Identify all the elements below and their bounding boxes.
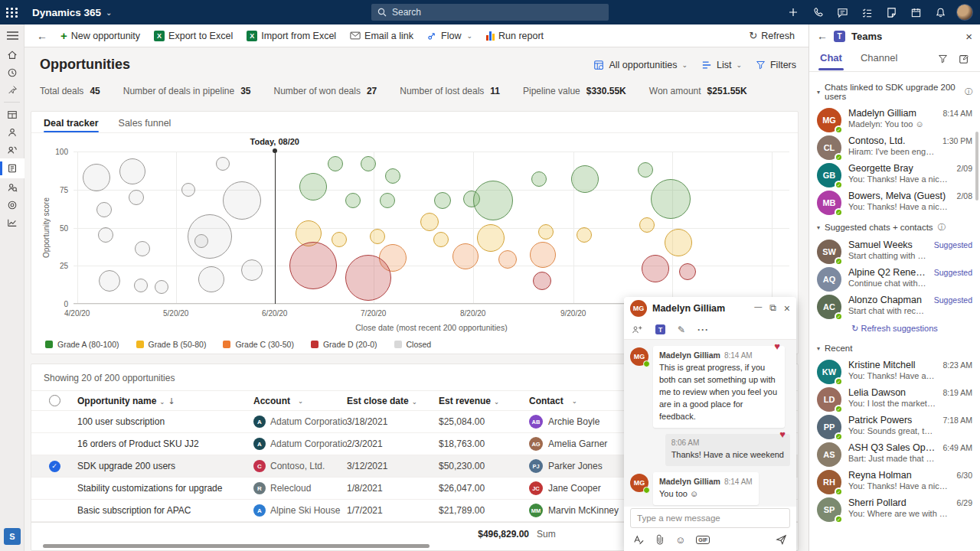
chart-bubble[interactable]	[289, 242, 337, 289]
recent-icon[interactable]	[0, 64, 24, 81]
horizontal-scrollbar[interactable]	[43, 544, 430, 548]
attach-icon[interactable]	[655, 534, 665, 545]
home-icon[interactable]	[0, 46, 24, 64]
chart-bubble[interactable]	[361, 156, 376, 171]
chat-list-item[interactable]: CL✓Contoso, Ltd.Hiram: I've been engagin…	[809, 132, 980, 159]
heart-reaction-icon[interactable]: ♥	[774, 341, 780, 352]
chart-bubble[interactable]	[665, 229, 692, 256]
teams-filter-icon[interactable]	[938, 54, 948, 64]
chart-bubble[interactable]	[216, 157, 230, 171]
emoji-icon[interactable]: ☺	[675, 534, 685, 546]
contacts-icon[interactable]	[0, 123, 24, 141]
chart-bubble[interactable]	[129, 190, 144, 205]
chart-bubble[interactable]	[98, 227, 113, 243]
chart-bubble[interactable]	[533, 272, 551, 290]
teams-tab-chat[interactable]: Chat	[820, 52, 842, 70]
message-input[interactable]: Type a new message	[630, 508, 790, 528]
cell-opportunity-name[interactable]: Basic subscription for APAC	[77, 505, 253, 516]
column-header-close-date[interactable]: Est close date⌄	[347, 396, 439, 406]
bell-icon[interactable]	[929, 2, 951, 23]
chart-bubble[interactable]	[83, 164, 110, 191]
chart-bubble[interactable]	[119, 158, 145, 184]
chart-bubble[interactable]	[433, 232, 449, 247]
cell-opportunity-name[interactable]: SDK upgrade 200 users	[77, 461, 253, 471]
chat-list-item[interactable]: PP✓Patrick PowersYou: Sounds great, than…	[809, 411, 980, 439]
command-new-opportunity[interactable]: +New opportunity	[54, 24, 147, 47]
chart-bubble[interactable]	[223, 181, 261, 220]
chart-bubble[interactable]	[198, 266, 224, 292]
chart-bubble[interactable]	[498, 250, 517, 269]
row-selected-check-icon[interactable]: ✓	[49, 461, 60, 472]
chart-bubble[interactable]	[531, 171, 547, 187]
waffle-menu-icon[interactable]	[0, 0, 24, 24]
gif-icon[interactable]: GIF	[696, 536, 710, 544]
avatar[interactable]	[954, 2, 975, 23]
chart-bubble[interactable]	[99, 270, 120, 292]
cell-opportunity-name[interactable]: 100 user subscription	[77, 416, 253, 427]
chat-list-item[interactable]: KW✓Kristine MitchellYou: Thanks! Have a …	[809, 356, 980, 383]
tab-deal-tracker[interactable]: Deal tracker	[44, 118, 99, 132]
chart-bubble[interactable]	[538, 224, 554, 240]
chart-bubble[interactable]	[380, 193, 395, 208]
chart-bubble[interactable]	[134, 279, 148, 292]
back-icon[interactable]: ←	[32, 30, 52, 42]
chart-bubble[interactable]	[651, 179, 691, 219]
view-selector[interactable]: All opportunities ⌄	[593, 60, 688, 70]
column-header-revenue[interactable]: Est revenue⌄	[439, 396, 529, 406]
teams-back-icon[interactable]: ←	[817, 30, 828, 42]
send-icon[interactable]	[776, 534, 787, 545]
command-email-a-link[interactable]: Email a link	[343, 24, 420, 47]
command-run-report[interactable]: Run report	[479, 24, 550, 47]
chat-list-item[interactable]: RH✓Reyna HolmanYou: Thanks! Have a nice …	[809, 466, 980, 494]
chart-bubble[interactable]	[385, 168, 400, 184]
calendar-icon[interactable]	[905, 2, 926, 23]
search-input[interactable]: Search	[371, 4, 609, 21]
marketing-icon[interactable]	[0, 196, 24, 214]
section-header[interactable]: ▾Suggested chats + contactsⓘ	[809, 214, 980, 236]
chart-bubble[interactable]	[345, 255, 391, 301]
more-options-icon[interactable]: ···	[697, 324, 709, 335]
layout-selector[interactable]: List ⌄	[701, 60, 742, 70]
chart-bubble[interactable]	[181, 183, 195, 197]
chat-list-item[interactable]: AQAlpine Q2 Renewal OpportunityContinue …	[809, 263, 980, 291]
cell-opportunity-name[interactable]: Stability customizations for upgrade	[77, 483, 253, 494]
chat-list-item[interactable]: MG✓Madelyn GilliamMadelyn: You too ☺8:14…	[809, 104, 980, 132]
minimize-icon[interactable]: —	[754, 302, 762, 315]
chart-bubble[interactable]	[155, 280, 168, 294]
chart-bubble[interactable]	[299, 173, 327, 201]
chat-list-item[interactable]: SP✓Sherri PollardYou: Where are we with …	[809, 494, 980, 521]
format-icon[interactable]	[633, 535, 644, 545]
chart-bubble[interactable]	[135, 241, 150, 256]
teams-app-icon[interactable]: T	[655, 324, 665, 334]
chat-list-item[interactable]: SW✓Samuel WeeksStart chatting with activ…	[809, 236, 980, 263]
chart-bubble[interactable]	[188, 214, 232, 259]
tab-sales-funnel[interactable]: Sales funnel	[119, 118, 172, 132]
sales-insights-icon[interactable]	[0, 214, 24, 231]
popup-close-icon[interactable]: ×	[784, 302, 790, 315]
chat-list-item[interactable]: MB✓Bowers, Melva (Guest)You: Thanks! Hav…	[809, 187, 980, 214]
command-flow[interactable]: Flow⌄	[420, 24, 479, 47]
chart-bubble[interactable]	[370, 229, 385, 244]
command-export-to-excel[interactable]: XExport to Excel	[147, 24, 240, 47]
dashboards-icon[interactable]	[0, 106, 24, 123]
chart-bubble[interactable]	[571, 165, 599, 193]
filters-button[interactable]: Filters	[756, 60, 796, 70]
column-header-name[interactable]: Opportunity name⌄↓	[77, 396, 253, 406]
chart-bubble[interactable]	[328, 156, 343, 171]
chart-bubble[interactable]	[639, 217, 655, 233]
chart-bubble[interactable]	[345, 193, 361, 208]
chart-bubble[interactable]	[434, 192, 451, 209]
chart-bubble[interactable]	[96, 202, 112, 217]
select-all-checkbox[interactable]	[49, 395, 60, 406]
chart-bubble[interactable]	[577, 227, 592, 243]
chart-bubble[interactable]	[638, 162, 653, 178]
teams-scrollbar[interactable]	[975, 132, 978, 201]
chart-bubble[interactable]	[473, 181, 513, 220]
teams-compose-icon[interactable]	[959, 54, 969, 64]
notes-icon[interactable]	[880, 2, 902, 23]
phone-icon[interactable]	[807, 2, 828, 23]
teams-close-icon[interactable]: ×	[965, 30, 972, 43]
chart-bubble[interactable]	[420, 213, 439, 231]
tasks-icon[interactable]	[856, 2, 877, 23]
chat-list-item[interactable]: GB✓Georgette BrayYou: Thanks! Have a nic…	[809, 159, 980, 187]
